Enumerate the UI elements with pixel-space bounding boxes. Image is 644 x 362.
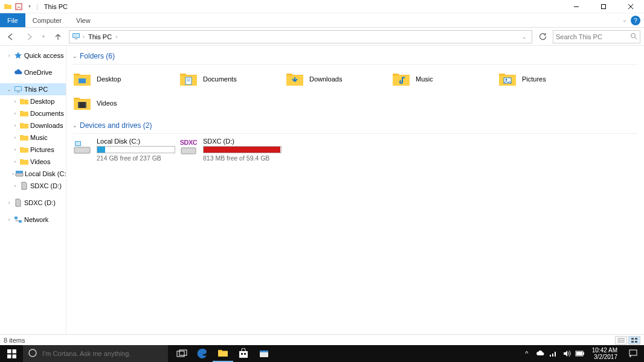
drive-free-text: 813 MB free of 59.4 GB (203, 154, 282, 162)
svg-rect-33 (631, 338, 634, 340)
svg-rect-7 (75, 39, 77, 39)
tray-network-icon[interactable] (549, 349, 558, 358)
recent-dropdown[interactable]: ▾ (40, 30, 47, 44)
sidebar-label: Pictures (30, 146, 54, 153)
svg-rect-14 (16, 171, 23, 173)
taskbar-app[interactable] (254, 345, 274, 362)
sd-card-icon: SDXC (179, 138, 198, 157)
chevron-right-icon[interactable]: › (6, 52, 12, 59)
folder-desktop[interactable]: Desktop (72, 67, 179, 91)
taskbar-clock[interactable]: 10:42 AM 3/2/2017 (588, 347, 621, 360)
svg-rect-46 (244, 353, 246, 355)
qat-properties-icon[interactable] (14, 2, 23, 11)
folder-icon (19, 97, 29, 106)
svg-rect-12 (17, 92, 19, 92)
ribbon-tab-file[interactable]: File (0, 13, 25, 27)
folder-icon (19, 145, 29, 154)
drive-local-disk-c[interactable]: Local Disk (C:) 214 GB free of 237 GB (72, 138, 179, 162)
svg-rect-15 (14, 217, 18, 219)
back-button[interactable] (4, 30, 18, 44)
music-folder-icon (391, 69, 411, 89)
sidebar-item-desktop[interactable]: ›Desktop (0, 95, 66, 107)
qat-dropdown-icon[interactable]: ▾ (25, 2, 34, 11)
tray-overflow-icon[interactable]: ^ (522, 349, 532, 358)
navigation-pane: › Quick access OneDrive ⌄ This PC ›Deskt… (0, 46, 66, 334)
chevron-down-icon[interactable]: ⌄ (72, 122, 77, 129)
minimize-button[interactable] (562, 0, 590, 13)
cortana-search[interactable] (23, 345, 168, 362)
help-button[interactable]: ? (631, 16, 640, 25)
cortana-input[interactable] (42, 350, 163, 357)
folder-label: Videos (97, 100, 117, 107)
forward-button[interactable] (22, 30, 36, 44)
sidebar-item-this-pc[interactable]: ⌄ This PC (0, 83, 66, 95)
sidebar-item-music[interactable]: ›Music (0, 132, 66, 144)
address-bar[interactable]: › This PC › ⌄ (69, 30, 532, 43)
folder-label: Downloads (309, 75, 342, 83)
refresh-button[interactable] (536, 30, 549, 43)
task-view-button[interactable] (172, 345, 192, 362)
chevron-down-icon[interactable]: ⌄ (6, 86, 12, 92)
drive-name: Local Disk (C:) (97, 138, 175, 145)
explorer-icon (4, 2, 12, 11)
sidebar-label: SDXC (D:) (30, 182, 62, 189)
svg-rect-16 (19, 220, 22, 223)
videos-folder-icon (72, 94, 92, 113)
sidebar-item-sdxc[interactable]: ›SDXC (D:) (0, 180, 66, 192)
search-box[interactable] (553, 30, 640, 43)
folder-icon (19, 133, 29, 142)
drive-free-text: 214 GB free of 237 GB (97, 154, 175, 162)
star-icon (13, 51, 23, 60)
chevron-right-icon[interactable]: › (115, 34, 117, 40)
tray-battery-icon[interactable] (575, 349, 585, 358)
sidebar-item-onedrive[interactable]: OneDrive (0, 66, 66, 78)
address-dropdown-icon[interactable]: ⌄ (522, 34, 529, 40)
taskbar-file-explorer[interactable] (213, 345, 233, 362)
close-button[interactable] (617, 0, 644, 13)
folder-pictures[interactable]: Pictures (498, 67, 604, 91)
chevron-right-icon[interactable]: › (83, 34, 85, 40)
folder-documents[interactable]: Documents (179, 67, 285, 91)
ribbon-tab-computer[interactable]: Computer (25, 13, 69, 27)
sidebar-item-documents[interactable]: ›Documents (0, 107, 66, 119)
tray-onedrive-icon[interactable] (535, 349, 545, 358)
action-center-button[interactable] (625, 345, 642, 362)
taskbar-edge[interactable] (192, 345, 213, 362)
tray-volume-icon[interactable] (562, 349, 572, 358)
ribbon-tab-view[interactable]: View (69, 13, 98, 27)
sidebar-label: Videos (30, 158, 50, 165)
breadcrumb-this-pc[interactable]: This PC (87, 33, 113, 40)
folder-music[interactable]: Music (391, 67, 498, 91)
sidebar-item-local-disk[interactable]: ›Local Disk (C:) (0, 168, 66, 180)
svg-rect-29 (181, 148, 196, 154)
start-button[interactable] (0, 345, 23, 362)
sidebar-item-quick-access[interactable]: › Quick access (0, 49, 66, 62)
svg-rect-37 (7, 349, 11, 354)
sidebar-item-videos[interactable]: ›Videos (0, 156, 66, 168)
content-pane: ⌄ Folders (6) Desktop Documents Download… (66, 46, 644, 334)
sd-card-icon (13, 198, 23, 208)
view-large-icons-button[interactable] (628, 336, 640, 345)
sidebar-item-network[interactable]: ›Network (0, 214, 66, 226)
taskbar-store[interactable] (233, 345, 254, 362)
view-details-button[interactable] (615, 336, 627, 345)
ribbon-collapse-icon[interactable]: ⌄ (622, 17, 627, 23)
folder-videos[interactable]: Videos (72, 91, 179, 115)
folder-label: Music (416, 75, 433, 83)
maximize-button[interactable] (590, 0, 617, 13)
drive-sdxc-d[interactable]: SDXC SDXC (D:) 813 MB free of 59.4 GB (179, 138, 285, 162)
svg-rect-40 (12, 354, 16, 358)
chevron-down-icon[interactable]: ⌄ (72, 53, 77, 59)
section-header-drives[interactable]: ⌄ Devices and drives (2) (72, 121, 638, 130)
search-input[interactable] (556, 33, 637, 40)
svg-rect-25 (85, 102, 86, 108)
folder-downloads[interactable]: Downloads (285, 67, 391, 91)
section-header-folders[interactable]: ⌄ Folders (6) (72, 52, 638, 60)
sidebar-item-pictures[interactable]: ›Pictures (0, 144, 66, 156)
up-button[interactable] (51, 30, 65, 44)
svg-point-41 (29, 349, 36, 357)
sidebar-label: SDXC (D:) (24, 199, 56, 206)
sidebar-item-sdxc-root[interactable]: ›SDXC (D:) (0, 197, 66, 209)
sidebar-item-downloads[interactable]: ›Downloads (0, 119, 66, 132)
sidebar-label: This PC (24, 86, 48, 93)
